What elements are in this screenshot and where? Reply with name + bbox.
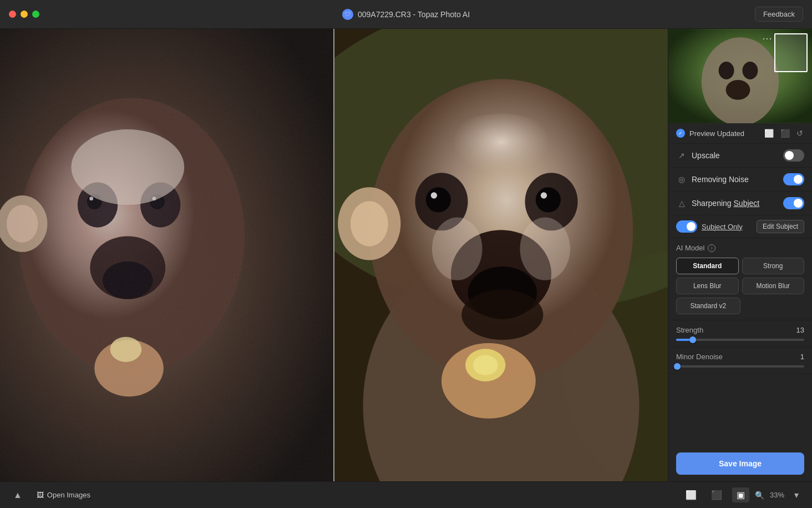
model-strong-button[interactable]: Strong	[742, 258, 805, 274]
window-title-area: 🛡 009A7229.CR3 - Topaz Photo AI	[342, 9, 470, 20]
sharpening-toggle-thumb	[794, 199, 803, 208]
sharpening-icon: △	[676, 198, 687, 209]
strength-value: 13	[796, 326, 804, 334]
denoise-slider[interactable]	[676, 365, 804, 368]
model-motion-blur-button[interactable]: Motion Blur	[742, 278, 805, 294]
model-standard-v2-button[interactable]: Standard v2	[676, 298, 740, 314]
ai-model-info-icon[interactable]: i	[708, 244, 715, 252]
removing-noise-toggle[interactable]	[783, 173, 804, 185]
zoom-expand-button[interactable]: ▾	[790, 487, 803, 502]
view-split-v-button[interactable]: ⬛	[707, 487, 727, 502]
sharpening-row: △ Sharpening Subject	[668, 192, 812, 215]
close-button[interactable]	[9, 11, 16, 18]
strength-header: Strength 13	[676, 326, 804, 334]
app-icon: 🛡	[342, 9, 353, 20]
save-image-button[interactable]: Save Image	[676, 452, 804, 475]
window-title: 009A7229.CR3 - Topaz Photo AI	[358, 10, 470, 19]
view-split-h-button[interactable]: ▣	[732, 487, 749, 502]
svg-point-28	[431, 192, 437, 198]
bottom-right: ⬜ ⬛ ▣ 🔍 33% ▾	[681, 487, 803, 502]
denoise-value: 1	[800, 353, 804, 361]
subject-only-toggle[interactable]	[676, 220, 697, 233]
svg-point-26	[426, 187, 451, 212]
removing-noise-row: ◎ Removing Noise	[668, 168, 812, 192]
sharpening-label: Sharpening Subject	[692, 199, 783, 208]
titlebar: 🛡 009A7229.CR3 - Topaz Photo AI Feedback	[0, 0, 812, 29]
view-single-button[interactable]: ⬜	[681, 487, 701, 502]
upscale-row: ↗ Upscale	[668, 144, 812, 168]
svg-point-41	[719, 62, 734, 79]
denoise-header: Minor Denoise 1	[676, 353, 804, 361]
before-panel	[0, 29, 334, 481]
denoise-slider-thumb[interactable]	[674, 363, 681, 370]
ai-model-grid: Standard Strong Lens Blur Motion Blur St…	[676, 258, 804, 314]
strength-section: Strength 13	[668, 320, 812, 347]
minimize-button[interactable]	[21, 11, 28, 18]
noise-icon: ◎	[676, 174, 687, 185]
upscale-icon: ↗	[676, 150, 687, 161]
preview-status-dot	[676, 129, 685, 138]
upscale-toggle-thumb	[785, 151, 794, 160]
svg-point-29	[541, 192, 547, 198]
strength-slider[interactable]	[676, 339, 804, 341]
crop-icon-button[interactable]: ⬜	[763, 128, 775, 139]
svg-point-33	[461, 290, 543, 340]
removing-noise-toggle-thumb	[794, 175, 803, 184]
ai-model-section: AI Model i Standard Strong Lens Blur Mot…	[668, 238, 812, 320]
model-standard-button[interactable]: Standard	[676, 258, 739, 274]
removing-noise-label: Removing Noise	[692, 175, 783, 184]
svg-point-36	[473, 355, 498, 375]
ai-model-title: AI Model	[676, 244, 704, 252]
subject-only-toggle-thumb	[687, 222, 696, 231]
image-split	[0, 29, 668, 481]
sharpening-toggle[interactable]	[783, 197, 804, 209]
bottom-left: ▲ 🖼 Open Images	[9, 488, 95, 502]
thumbnail-area: ⋯	[668, 29, 812, 123]
zoom-label: 33%	[770, 491, 784, 499]
fit-icon-button[interactable]: ⬛	[779, 128, 791, 139]
open-images-button[interactable]: 🖼 Open Images	[32, 489, 95, 501]
model-lens-blur-button[interactable]: Lens Blur	[676, 278, 739, 294]
minor-denoise-section: Minor Denoise 1	[668, 347, 812, 374]
upscale-toggle[interactable]	[783, 149, 804, 162]
sharpening-subject-text: Subject	[734, 199, 760, 208]
bottom-bar: ▲ 🖼 Open Images ⬜ ⬛ ▣ 🔍 33% ▾	[0, 481, 812, 508]
strength-label: Strength	[676, 326, 703, 334]
before-image	[0, 29, 333, 481]
svg-point-27	[536, 187, 561, 212]
open-images-icon: 🖼	[37, 491, 44, 499]
thumbnail-selection[interactable]	[774, 33, 808, 72]
preview-icons: ⬜ ⬛ ↺	[763, 128, 804, 139]
svg-point-38	[520, 218, 570, 280]
removing-noise-toggle-track[interactable]	[783, 173, 804, 185]
reset-icon-button[interactable]: ↺	[795, 128, 804, 139]
main-area: ⋯ Preview Updated ⬜ ⬛ ↺ ↗ Upscale ◎	[0, 29, 812, 481]
sharpening-toggle-track[interactable]	[783, 197, 804, 209]
edit-subject-button[interactable]: Edit Subject	[757, 220, 804, 233]
svg-point-43	[726, 80, 750, 100]
save-button-wrapper: Save Image	[668, 446, 812, 481]
subject-only-row: Subject Only Edit Subject	[668, 215, 812, 238]
right-panel: ⋯ Preview Updated ⬜ ⬛ ↺ ↗ Upscale ◎	[668, 29, 812, 481]
svg-rect-16	[0, 29, 333, 481]
traffic-lights	[9, 11, 39, 18]
denoise-label: Minor Denoise	[676, 353, 723, 361]
preview-label: Preview Updated	[689, 129, 759, 138]
feedback-button[interactable]: Feedback	[755, 7, 803, 22]
ai-model-header: AI Model i	[676, 244, 804, 252]
upscale-toggle-track[interactable]	[783, 149, 804, 162]
collapse-panel-button[interactable]: ▲	[9, 488, 27, 502]
maximize-button[interactable]	[32, 11, 39, 18]
thumbnail-more-button[interactable]: ⋯	[762, 33, 772, 43]
open-images-label: Open Images	[47, 491, 90, 499]
split-divider[interactable]	[333, 29, 334, 481]
svg-point-42	[742, 62, 758, 79]
image-viewer	[0, 29, 668, 481]
preview-row: Preview Updated ⬜ ⬛ ↺	[668, 123, 812, 144]
strength-slider-thumb[interactable]	[689, 336, 696, 343]
after-panel	[334, 29, 668, 481]
subject-only-toggle-track[interactable]	[676, 220, 697, 233]
zoom-icon: 🔍	[755, 491, 764, 500]
svg-point-37	[432, 218, 483, 280]
svg-point-31	[351, 201, 388, 247]
